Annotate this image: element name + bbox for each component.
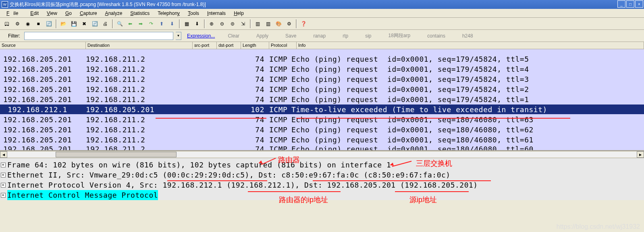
menu-edit[interactable]: Edit [26, 10, 43, 17]
col-srcport[interactable]: src-port [193, 42, 217, 49]
expression-link[interactable]: Expression... [187, 33, 215, 39]
filter-dropdown-icon[interactable]: ▼ [176, 32, 181, 40]
minimize-button[interactable]: _ [617, 0, 625, 8]
cell-protocol: ICMP [269, 115, 291, 124]
detail-ip[interactable]: +Internet Protocol Version 4, Src: 192.1… [1, 180, 643, 190]
packet-row[interactable]: 192.168.205.201192.168.211.274ICMPEcho (… [0, 64, 644, 74]
detail-ethernet[interactable]: +Ethernet II, Src: Vmware_29:0d:c5 (00:0… [1, 170, 643, 180]
arp18-button[interactable]: 18网段arp [388, 32, 411, 39]
expand-icon[interactable]: + [1, 193, 6, 198]
find-icon[interactable]: 🔍 [115, 19, 125, 29]
packet-list[interactable]: 192.168.205.201192.168.211.274ICMPEcho (… [0, 49, 644, 151]
go-back-icon[interactable]: ⬅ [125, 19, 135, 29]
rtp-button[interactable]: rtp [343, 33, 348, 39]
cell-length: 74 [241, 95, 269, 104]
ranap-button[interactable]: ranap [313, 33, 326, 39]
menu-bar: File Edit View Go Capture Analyze Statis… [0, 9, 644, 18]
go-first-icon[interactable]: ⬆ [157, 19, 166, 29]
resize-cols-icon[interactable]: ⇲ [238, 19, 248, 29]
capture-filter-icon[interactable]: ▥ [253, 19, 262, 29]
interfaces-icon[interactable]: 🕮 [2, 19, 12, 29]
packet-row[interactable]: 192.168.205.201192.168.211.274ICMPEcho (… [0, 94, 644, 105]
clear-button[interactable]: Clear [228, 33, 239, 39]
packet-row[interactable]: 192.168.205.201192.168.211.274ICMPEcho (… [0, 74, 644, 84]
col-length[interactable]: Length [241, 42, 269, 49]
cell-info: Echo (ping) request id=0x0001, seq=179/4… [291, 75, 644, 84]
display-filter-icon[interactable]: ▥ [263, 19, 273, 29]
scroll-left-icon[interactable]: ◀ [0, 151, 7, 158]
menu-capture[interactable]: Capture [76, 10, 101, 17]
cell-protocol: ICMP [269, 85, 291, 94]
close-button[interactable]: × [635, 0, 643, 8]
menu-go[interactable]: Go [61, 10, 76, 17]
zoom-100-icon[interactable]: ⊜ [228, 19, 237, 29]
zoom-out-icon[interactable]: ⊖ [217, 19, 227, 29]
reload-icon[interactable]: 🔄 [90, 19, 100, 29]
packet-row[interactable]: 192.168.205.201192.168.211.274ICMPEcho (… [0, 135, 644, 145]
h248-button[interactable]: h248 [462, 33, 473, 39]
preferences-icon[interactable]: ⚙ [284, 19, 294, 29]
packet-row[interactable] [0, 49, 644, 54]
expand-icon[interactable]: + [1, 183, 6, 188]
menu-statistics[interactable]: Statistics [126, 10, 154, 17]
cell-source: 192.168.205.201 [3, 65, 86, 73]
go-to-icon[interactable]: ↷ [146, 19, 156, 29]
packet-row[interactable]: 192.168.205.201192.168.211.274ICMPEcho (… [0, 84, 644, 94]
save-icon[interactable]: 💾 [69, 19, 79, 29]
apply-button[interactable]: Apply [256, 33, 268, 39]
packet-row[interactable]: 192.168.205.201192.168.211.274ICMPEcho (… [0, 145, 644, 151]
detail-frame[interactable]: +Frame 64: 102 bytes on wire (816 bits),… [1, 160, 643, 170]
col-protocol[interactable]: Protocol [269, 42, 297, 49]
cell-destination: 192.168.211.2 [86, 65, 193, 73]
detail-icmp[interactable]: +Internet Control Message Protocol [1, 190, 643, 200]
packet-list-pane: Source Destination src-port dst-port Len… [0, 42, 644, 151]
window-title: 交换机和ros间来回振荡ping消息.pcapng [Wireshark 1.8… [10, 1, 206, 8]
scroll-right-icon[interactable]: ▶ [637, 151, 644, 158]
sip-button[interactable]: sip [365, 33, 371, 39]
help-icon[interactable]: ❓ [299, 19, 308, 29]
col-source[interactable]: Source [0, 42, 86, 49]
auto-scroll-icon[interactable]: ⬇ [192, 19, 202, 29]
packet-details-pane[interactable]: +Frame 64: 102 bytes on wire (816 bits),… [0, 158, 644, 200]
close-file-icon[interactable]: ✖ [79, 19, 89, 29]
menu-analyze[interactable]: Analyze [101, 10, 127, 17]
zoom-in-icon[interactable]: ⊕ [207, 19, 216, 29]
restart-capture-icon[interactable]: 🔄 [44, 19, 54, 29]
menu-internals[interactable]: Internals [203, 10, 230, 17]
menu-tools[interactable]: Tools [184, 10, 203, 17]
menu-file[interactable]: File [2, 10, 26, 17]
expand-icon[interactable]: + [1, 173, 6, 178]
packet-row[interactable]: 192.168.205.201192.168.211.274ICMPEcho (… [0, 54, 644, 64]
cell-protocol: ICMP [269, 95, 291, 104]
options-icon[interactable]: ⚙ [12, 19, 22, 29]
col-destination[interactable]: Destination [86, 42, 193, 49]
maximize-button[interactable]: □ [626, 0, 634, 8]
menu-help[interactable]: Help [230, 10, 248, 17]
expand-icon[interactable]: + [1, 163, 6, 167]
cell-info: Time-to-live exceeded (Time to live exce… [291, 105, 644, 114]
colorize-icon[interactable]: ▦ [182, 19, 191, 29]
packet-row[interactable]: 192.168.205.201192.168.211.274ICMPEcho (… [0, 115, 644, 125]
cell-protocol: ICMP [269, 145, 291, 151]
col-dstport[interactable]: dst-port [217, 42, 241, 49]
title-bar: W 交换机和ros间来回振荡ping消息.pcapng [Wireshark 1… [0, 0, 644, 9]
contains-button[interactable]: contains [427, 33, 445, 39]
save-button[interactable]: Save [285, 33, 296, 39]
print-icon[interactable]: 🖨 [100, 19, 110, 29]
start-capture-icon[interactable]: ◉ [23, 19, 33, 29]
menu-view[interactable]: View [43, 10, 61, 17]
menu-telephony[interactable]: Telephony [154, 10, 184, 17]
stop-capture-icon[interactable]: ■ [33, 19, 43, 29]
go-last-icon[interactable]: ⬇ [167, 19, 177, 29]
h-scrollbar[interactable]: ◀ ▶ [0, 151, 644, 158]
col-info[interactable]: Info [297, 42, 644, 49]
coloring-rules-icon[interactable]: 🎨 [274, 19, 283, 29]
filter-input[interactable] [24, 32, 173, 40]
scroll-thumb[interactable] [56, 152, 177, 157]
cell-info: Echo (ping) request id=0x0001, seq=180/4… [291, 145, 644, 151]
open-icon[interactable]: 📂 [58, 19, 68, 29]
go-forward-icon[interactable]: ➡ [136, 19, 145, 29]
packet-row[interactable]: 192.168.205.201192.168.211.274ICMPEcho (… [0, 125, 644, 135]
cell-protocol: ICMP [269, 65, 291, 73]
packet-row[interactable]: 192.168.212.1192.168.205.201102ICMPTime-… [0, 105, 644, 115]
